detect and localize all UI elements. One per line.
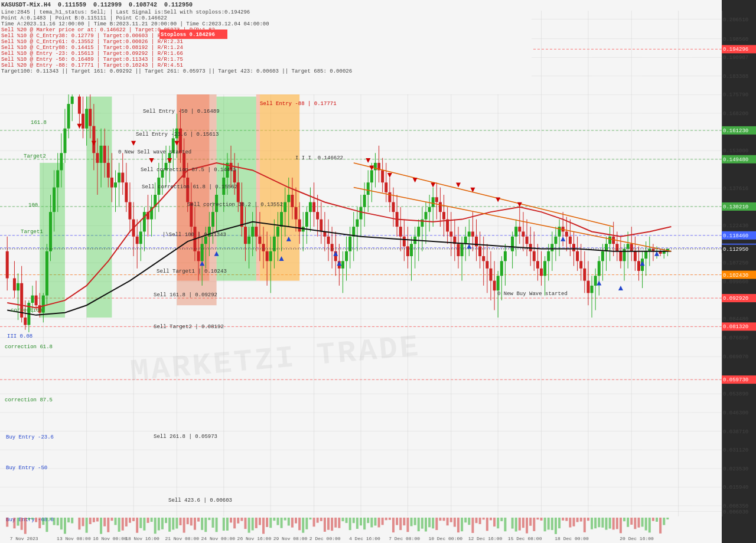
chart-container: MARKETZI TRADE bbox=[0, 0, 756, 543]
main-chart bbox=[0, 0, 756, 543]
